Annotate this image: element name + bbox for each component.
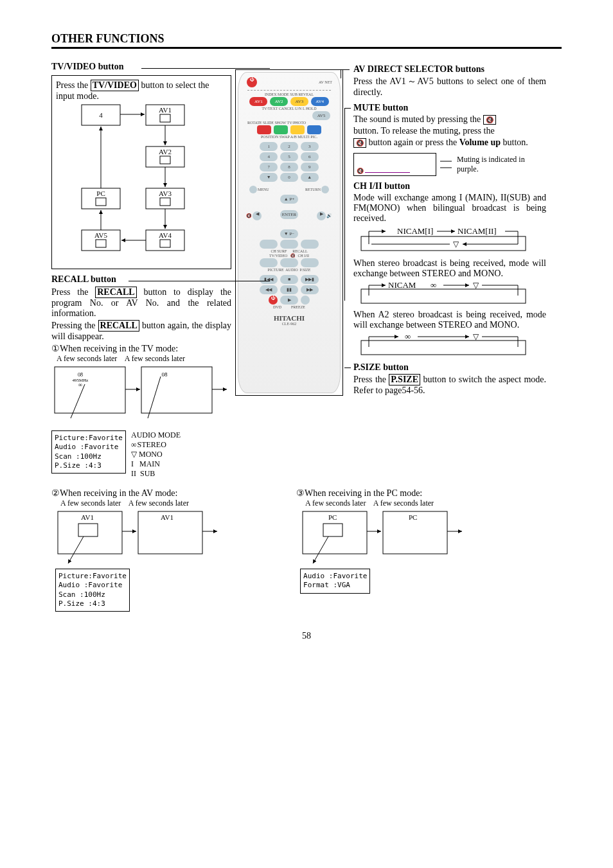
avdirect-header: AV DIRECT SELECTOR buttons: [353, 64, 484, 74]
input-flow-diagram: 4 AV1 AV2 PC AV3 AV5: [56, 102, 197, 262]
few-seconds-2b: A few seconds later: [129, 499, 189, 508]
remote-control: ⏻ AV NET INDEX MODE SUB REVEAL AV1 AV2 A…: [238, 72, 341, 393]
svg-text:AV1: AV1: [159, 106, 172, 114]
recall-button[interactable]: [301, 240, 319, 249]
few-seconds-3b: A few seconds later: [373, 499, 434, 508]
num-up[interactable]: ▲: [301, 173, 319, 182]
svg-text:PC: PC: [96, 190, 105, 197]
dpad-down[interactable]: ▼ P−: [280, 229, 298, 238]
remote-column: ⏻ AV NET INDEX MODE SUB REVEAL AV1 AV2 A…: [231, 62, 347, 396]
svg-text:AV4: AV4: [159, 231, 172, 239]
chsurf-button[interactable]: [260, 240, 278, 249]
recall-item-3: ③When receiving in the PC mode:: [296, 488, 541, 499]
dvd-next[interactable]: ▶▶▮: [301, 275, 319, 284]
mute-s4: button.: [503, 137, 528, 147]
svg-text:4: 4: [99, 111, 103, 119]
svg-text:NICAM[I]: NICAM[I]: [397, 226, 433, 236]
svg-rect-4: [160, 114, 170, 122]
dvd-ff[interactable]: ▶▶: [301, 285, 319, 294]
av2-button[interactable]: AV2: [270, 97, 288, 106]
svg-text:AV3: AV3: [159, 190, 172, 197]
vol-down-icon[interactable]: 🔇: [246, 213, 252, 218]
osd-pc: Audio :Favorite Format :VGA: [300, 569, 370, 594]
num-1[interactable]: 1: [260, 142, 278, 151]
svg-rect-16: [96, 240, 106, 247]
mute-note: Muting is indicated in purple.: [457, 155, 546, 174]
ch12-body: Mode will exchange among I (MAIN), II(SU…: [353, 193, 546, 224]
right-column: AV DIRECT SELECTOR buttons Press the AV1…: [347, 62, 546, 397]
svg-text:PC: PC: [328, 513, 337, 521]
avnet-label: AV NET: [319, 80, 332, 84]
mute-s2: button. To release the muting, press the: [353, 126, 546, 136]
num-6[interactable]: 6: [301, 152, 319, 161]
num-9[interactable]: 9: [301, 163, 319, 172]
svg-text:▽: ▽: [473, 332, 479, 341]
tv-video-section: TV/VIDEO button Press the TV/VIDEO butto…: [51, 62, 231, 269]
freeze-button[interactable]: [301, 296, 310, 305]
recall-item-2: ②When receiving in the AV mode:: [51, 488, 296, 499]
svg-rect-77: [323, 524, 342, 536]
power-icon: ⏻: [247, 77, 257, 87]
av-mode-diagram: AV1 AV1: [51, 508, 244, 566]
dpad-up[interactable]: ▲ P+: [280, 195, 298, 204]
psize-button[interactable]: [301, 258, 319, 267]
stereo-1: When stereo broadcast is being received,…: [353, 258, 546, 279]
num-8[interactable]: 8: [280, 163, 298, 172]
svg-rect-10: [96, 198, 106, 206]
page-number: 58: [51, 631, 562, 641]
av3-button[interactable]: AV3: [290, 97, 308, 106]
recall-tv-diagram: 08 495MHz ∞ 08: [51, 364, 231, 434]
dvd-pause[interactable]: ▮▮: [280, 285, 298, 294]
enter-button[interactable]: ENTER: [280, 210, 298, 219]
tv-video-header: TV/VIDEO button: [51, 62, 123, 71]
pc-mode-diagram: PC PC: [296, 508, 489, 566]
footer-row: ②When receiving in the AV mode: A few se…: [51, 488, 562, 612]
dvd-prev[interactable]: ▮◀◀: [260, 275, 278, 284]
mute-osd-box: 🔇: [353, 153, 436, 176]
dvd-play[interactable]: ▶: [280, 296, 298, 305]
recall-header: RECALL button: [51, 274, 116, 284]
vol-up-icon[interactable]: 🔊: [326, 213, 332, 218]
svg-text:AV1: AV1: [81, 513, 94, 521]
recall-button-1: RECALL: [95, 287, 136, 298]
few-seconds-1b: A few seconds later: [125, 354, 185, 363]
svg-text:▽: ▽: [453, 240, 459, 249]
remote-brand: HITACHI: [242, 314, 336, 322]
psize-btn: P.SIZE: [389, 374, 420, 385]
return-button[interactable]: [321, 186, 329, 193]
av1-button[interactable]: AV1: [249, 97, 267, 106]
svg-text:AV5: AV5: [94, 231, 107, 239]
svg-rect-50: [361, 289, 526, 303]
svg-rect-39: [361, 236, 526, 251]
menu-button[interactable]: [249, 186, 257, 193]
svg-text:AV2: AV2: [159, 148, 172, 155]
audio-button[interactable]: [280, 258, 298, 267]
mute-s1: The sound is muted by pressing the: [353, 114, 483, 124]
picture-button[interactable]: [260, 258, 278, 267]
num-5[interactable]: 5: [280, 152, 298, 161]
recall-p1a: Press the: [51, 287, 95, 297]
svg-text:08: 08: [78, 372, 83, 378]
num-down[interactable]: ▼: [260, 173, 278, 182]
dvd-stop[interactable]: ■: [280, 275, 298, 284]
num-7[interactable]: 7: [260, 163, 278, 172]
nicam-cycle-1: NICAM[I] NICAM[II] ▽: [353, 225, 533, 254]
dvd-power[interactable]: ⏻: [269, 296, 278, 305]
svg-text:AV1: AV1: [161, 513, 173, 521]
svg-text:PC: PC: [409, 513, 417, 521]
dvd-rew[interactable]: ◀◀: [260, 285, 278, 294]
audiomode-title: AUDIO MODE: [131, 430, 181, 440]
a2-body: When A2 stereo broadcast is being receiv…: [353, 310, 546, 330]
num-4[interactable]: 4: [260, 152, 278, 161]
svg-rect-59: [361, 341, 526, 355]
ch12-section: CH I/II button Mode will exchange among …: [353, 181, 546, 360]
svg-rect-32: [141, 367, 212, 413]
num-2[interactable]: 2: [280, 142, 298, 151]
volume-up-label: Volume up: [459, 137, 501, 147]
mute-s3: button again or press the: [369, 137, 459, 147]
av5-button[interactable]: AV5: [312, 111, 330, 120]
av4-button[interactable]: AV4: [311, 97, 329, 106]
num-3[interactable]: 3: [301, 142, 319, 151]
recall-item-1: ①When receiving in the TV mode:: [51, 343, 231, 354]
num-0[interactable]: 0: [280, 173, 298, 182]
